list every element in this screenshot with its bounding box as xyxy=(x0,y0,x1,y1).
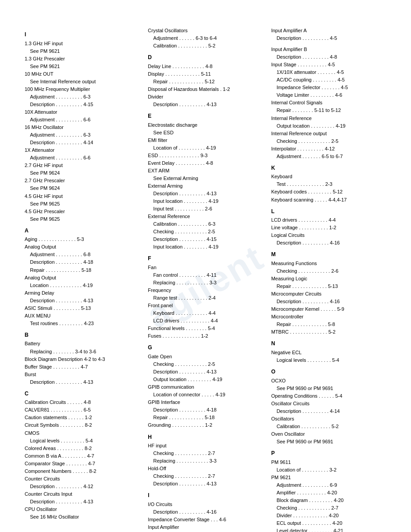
index-entry-sub: See PM 9625 xyxy=(25,200,140,208)
index-entry-sub: Description . . . . . . . . . . 4-15 xyxy=(25,101,140,108)
index-entry-sub: Adjustment . . . . . . . . . . 6-6 xyxy=(25,154,140,162)
index-entry-head: MTBRC . . . . . . . . . . . . . . 5-2 xyxy=(271,328,386,336)
index-entry-sub: Description . . . . . . . . . . 4-18 xyxy=(25,258,140,266)
index-entry-head: Divider xyxy=(148,93,263,101)
index-entry-sub: Description . . . . . . . . . . 4-13 xyxy=(148,368,263,376)
index-entry-sub: Repair . . . . . . . . . . . . . 5-8 xyxy=(271,321,386,328)
index-entry-head: Keyboard scanning . . . . . 4-4,4-17 xyxy=(271,196,386,204)
index-entry-head: Internal Reference output xyxy=(271,130,386,137)
section-letter: H xyxy=(148,433,263,442)
index-entry-sub: Keyboard . . . . . . . . . . . . 4-4 xyxy=(148,309,263,317)
index-entry-sub: Description . . . . . . . . . . 4-18 xyxy=(148,406,263,414)
index-entry-head: ESD . . . . . . . . . . . . . . . 9-3 xyxy=(148,152,263,159)
index-entry-sub: Description . . . . . . . . . . 4-14 xyxy=(271,408,386,415)
index-entry-head: Block Diagram Description 4-2 to 4-3 xyxy=(25,356,140,363)
index-entry-sub: Location of connector . . . . . 4-19 xyxy=(148,391,263,399)
column-3: Input Amplifier ADescription . . . . . .… xyxy=(271,27,386,532)
index-entry-head: Keyboard xyxy=(271,173,386,180)
index-entry-sub: Repair . . . . . . . . 5-11 to 5-12 xyxy=(271,107,386,114)
index-entry-sub: See PM 9625 xyxy=(25,215,140,223)
index-entry-sub: Test routines . . . . . . . . . 4-23 xyxy=(25,320,140,327)
index-entry-sub: See PM 9621 xyxy=(25,63,140,70)
index-entry-head: PM 9621 xyxy=(271,474,386,481)
index-entry-head: Oven Oscillator xyxy=(271,430,386,438)
index-entry-sub: Description . . . . . . . . . . 4-15 xyxy=(148,236,263,243)
index-entry-head: Interpolator . . . . . . . . . . 4-12 xyxy=(271,145,386,153)
index-entry-sub: Description . . . . . . . . . . 4-16 xyxy=(148,508,263,516)
index-entry-sub: Description . . . . . . . . . . 4-13 xyxy=(148,190,263,197)
index-entry-head: Fuses . . . . . . . . . . . . . . 1-2 xyxy=(148,332,263,340)
index-entry-sub: Description . . . . . . . . . . 4-13 xyxy=(25,297,140,305)
index-entry-head: 2.7 GHz HF input xyxy=(25,162,140,169)
index-entry-sub: Repair . . . . . . . . . . . . . 5-18 xyxy=(25,266,140,274)
section-letter: B xyxy=(25,331,140,339)
index-entry-sub: Calibration . . . . . . . . . . . 5-2 xyxy=(271,423,386,430)
index-entry-head: Burst xyxy=(25,371,140,378)
index-entry-sub: See PM 9624 xyxy=(25,184,140,192)
index-entry-head: Event Delay . . . . . . . . . . . 4-8 xyxy=(148,159,263,167)
index-entry-sub: Repair . . . . . . . . . . . . . 5-18 xyxy=(148,414,263,421)
index-entry-sub: Adjustment . . . . . . . . . . 6-8 xyxy=(25,251,140,258)
index-entry-head: Internal Control Signals xyxy=(271,99,386,107)
spacer xyxy=(271,42,386,46)
index-entry-head: EMI filter xyxy=(148,137,263,144)
index-entry-head: Negative ECL xyxy=(271,349,386,356)
index-entry-sub: Checking . . . . . . . . . . . . 2-7 xyxy=(148,472,263,480)
index-entry-sub: Description . . . . . . . . . . 4-12 xyxy=(25,483,140,490)
index-entry-head: LCD drivers . . . . . . . . . . . 4-4 xyxy=(271,216,386,224)
index-entry-sub: Block diagram . . . . . . . . . 4-20 xyxy=(271,497,386,504)
index-entry-sub: See PM 9690 or PM 9691 xyxy=(271,385,386,392)
index-entry-head: Frequency xyxy=(148,287,263,294)
section-letter: E xyxy=(148,112,263,120)
index-entry-sub: Output location . . . . . . . . . 4-19 xyxy=(148,376,263,383)
section-letter: N xyxy=(271,339,386,348)
index-entry-head: 16 MHz Oscillator xyxy=(25,124,140,131)
index-entry-sub: Test . . . . . . . . . . . . . . 2-3 xyxy=(271,180,386,188)
section-letter: D xyxy=(148,53,263,62)
index-entry-head: Arming Delay xyxy=(25,289,140,297)
index-entry-sub: Description . . . . . . . . . . 4-5 xyxy=(271,34,386,42)
index-entry-sub: Replacing . . . . . . . . . . . . 3-3 xyxy=(148,457,263,465)
index-entry-sub: Level detector . . . . . . . . . 4-21 xyxy=(271,527,386,532)
index-entry-sub: Adjustment . . . . . . . 6-5 to 6-7 xyxy=(271,153,386,160)
index-entry-sub: Calibration . . . . . . . . . . . 6-3 xyxy=(148,220,263,228)
index-entry-sub: See Internal Reference output xyxy=(25,78,140,86)
index-entry-sub: Description . . . . . . . . . . 4-8 xyxy=(271,53,386,61)
index-entry-head: HF input xyxy=(148,442,263,450)
index-entry-sub: Voltage Limiter . . . . . . . . . 4-6 xyxy=(271,91,386,99)
index-entry-head: CMOS xyxy=(25,429,140,437)
index-entry-head: Disposal of Hazardous Materials . 1-2 xyxy=(148,86,263,93)
index-entry-head: Circuit Symbols . . . . . . . . . 8-2 xyxy=(25,421,140,429)
index-entry-head: Input Amplifier xyxy=(148,523,263,531)
index-entry-head: GPIB Interface xyxy=(148,399,263,406)
index-entry-head: Microcomputer Circuits xyxy=(271,290,386,298)
index-entry-head: Aging . . . . . . . . . . . . . . 5-3 xyxy=(25,236,140,243)
index-entry-head: Colored Areas . . . . . . . . . . 8-2 xyxy=(25,445,140,452)
index-entry-sub: AC/DC coupling . . . . . . . . . 4-5 xyxy=(271,76,386,84)
index-entry-sub: Description . . . . . . . . . . 4-13 xyxy=(148,480,263,488)
index-entry-head: Electrostatic discharge xyxy=(148,121,263,129)
index-entry-sub: Location . . . . . . . . . . . . 4-19 xyxy=(25,282,140,289)
index-entry-head: Functional levels . . . . . . . . 5-4 xyxy=(148,325,263,332)
section-letter: P xyxy=(271,449,386,458)
index-entry-head: Component Numbers . . . . . . 8-2 xyxy=(25,468,140,475)
index-entry-head: Grounding . . . . . . . . . . . . 1-2 xyxy=(148,421,263,429)
index-entry-sub: See External Arming xyxy=(148,175,263,182)
index-entry-head: Internal Reference xyxy=(271,115,386,122)
index-entry-sub: Adjustment . . . . . . 6-3 to 6-4 xyxy=(148,34,263,42)
index-entry-head: Keyboard codes . . . . . . . . . 5-12 xyxy=(271,188,386,196)
index-entry-head: CPU Oscillator xyxy=(25,506,140,513)
index-entry-sub: Replacing . . . . . . . . 3-4 to 3-6 xyxy=(25,348,140,356)
index-entry-sub: Output location . . . . . . . . . 4-19 xyxy=(271,122,386,130)
index-entry-sub: ECL output . . . . . . . . . . . 4-20 xyxy=(271,519,386,527)
index-entry-sub: LCD drivers . . . . . . . . . . . 4-4 xyxy=(148,317,263,325)
index-entry-head: Logical Circuits xyxy=(271,232,386,239)
index-entry-sub: Adjustment . . . . . . . . . . 6-9 xyxy=(271,481,386,489)
index-entry-sub: Input location . . . . . . . . . 4-19 xyxy=(148,197,263,205)
index-entry-sub: See PM 9624 xyxy=(25,169,140,177)
index-entry-head: EXT ARM xyxy=(148,167,263,175)
index-entry-head: OCXO xyxy=(271,377,386,385)
index-entry-sub: Impedance Selector . . . . . . . 4-5 xyxy=(271,84,386,91)
index-entry-head: 1X Attenuator xyxy=(25,146,140,154)
index-entry-head: Measuring Logic xyxy=(271,275,386,283)
